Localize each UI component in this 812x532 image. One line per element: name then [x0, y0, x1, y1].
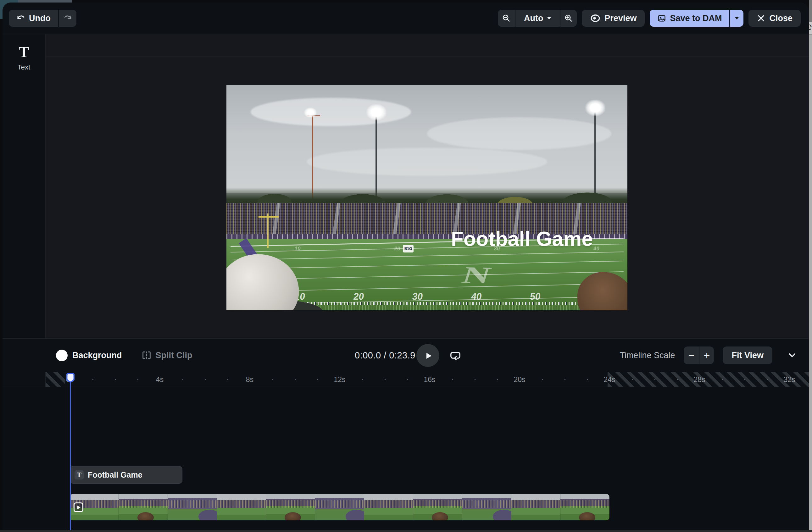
split-clip-button[interactable]: Split Clip [142, 350, 192, 360]
ruler-tick [722, 379, 723, 380]
background-color-swatch[interactable] [56, 350, 68, 361]
ruler-time-label: 16s [424, 375, 435, 384]
preview-button[interactable]: Preview [582, 10, 645, 27]
video-thumbnail-frame [561, 494, 609, 520]
stand-aisle [272, 203, 280, 235]
goalpost-crossbar [259, 216, 279, 218]
ruler-tick [183, 379, 183, 380]
toolbar-right-group: Timeline Scale − + Fit View [620, 339, 798, 372]
cloud [427, 117, 612, 150]
yard-number: 30 [412, 291, 424, 302]
video-thumbnail-frame [462, 494, 511, 520]
ruler-tick [272, 379, 273, 380]
preview-canvas: 10203040 102030405040 N B1G NORTHWESTERN… [46, 34, 809, 338]
canvas-divider [46, 56, 809, 57]
playback-time: 0:00.0 / 0:23.9 [355, 339, 416, 372]
ruler-time-label: 20s [513, 375, 525, 384]
video-editor-modal: Undo Auto [2, 2, 809, 530]
play-button[interactable] [416, 344, 439, 367]
zoom-out-button[interactable] [498, 10, 515, 27]
yard-numbers: 102030405040 [294, 291, 600, 302]
ruler-time-label: 32s [783, 375, 795, 384]
playback-toolbar: Background Split Clip 0:00.0 / 0:23.9 [2, 338, 809, 372]
timeline-text-clip[interactable]: T Football Game [70, 466, 183, 484]
undo-label: Undo [29, 14, 50, 23]
ruler-tick [497, 379, 498, 380]
fit-view-button[interactable]: Fit View [723, 346, 772, 364]
undo-redo-group: Undo [9, 10, 76, 27]
floodlight-glow [585, 100, 605, 116]
background-label: Background [72, 351, 122, 360]
ruler-tick [767, 379, 768, 380]
background-bottom-strip [0, 530, 812, 532]
timeline-scale-increase-button[interactable]: + [699, 346, 714, 364]
chevron-down-icon [787, 350, 798, 361]
ruler-hatch-after-end [608, 372, 809, 387]
midfield-logo: N [459, 261, 494, 289]
ruler-tick [654, 379, 655, 380]
video-thumbnail-frame [511, 494, 561, 520]
video-thumbnail-frame [266, 494, 315, 520]
background-page-section [809, 0, 812, 22]
save-options-dropdown[interactable] [729, 10, 743, 27]
topbar-actions: Auto Preview [498, 10, 801, 27]
top-toolbar: Undo Auto [2, 2, 809, 34]
sidebar-item-text[interactable]: T Text [2, 44, 45, 71]
loop-icon [449, 349, 462, 361]
floodlight-glow [304, 107, 317, 118]
video-thumbnail-frame [119, 494, 168, 520]
timeline-video-clip[interactable] [70, 494, 609, 520]
floodlight-glow [366, 104, 387, 120]
ruler-tick [317, 379, 318, 380]
timeline-ruler[interactable]: 0s4s8s12s16s20s24s28s32s [2, 372, 809, 387]
yard-number: 40 [470, 291, 482, 302]
text-tool-icon: T [18, 44, 29, 60]
close-icon [757, 14, 766, 23]
ruler-tick [115, 379, 116, 380]
goalpost [267, 213, 269, 248]
ruler-tick [227, 379, 228, 380]
undo-button[interactable]: Undo [9, 10, 58, 27]
timeline-collapse-button[interactable] [787, 350, 798, 361]
ruler-tick [407, 379, 408, 380]
split-clip-label: Split Clip [156, 351, 192, 360]
stadium-sky [227, 85, 627, 193]
yard-number: 10 [294, 246, 301, 252]
stand-aisle [332, 203, 340, 235]
yard-number: 20 [352, 291, 364, 302]
loop-button[interactable] [449, 339, 462, 372]
undo-icon [16, 14, 26, 23]
redo-button[interactable] [58, 10, 76, 27]
close-label: Close [769, 14, 793, 23]
canvas-zoom-group: Auto [498, 10, 577, 27]
save-split-button: Save to DAM [650, 10, 743, 27]
close-button[interactable]: Close [749, 10, 801, 27]
zoom-in-button[interactable] [560, 10, 577, 27]
ruler-time-label: 12s [334, 375, 345, 384]
chevron-down-icon [547, 17, 551, 19]
ruler-tick [92, 379, 93, 380]
save-to-dam-button[interactable]: Save to DAM [650, 10, 729, 27]
zoom-out-icon [502, 14, 511, 23]
ruler-time-label: 8s [246, 375, 253, 384]
ruler-tick [205, 379, 206, 380]
background-page-strip: e [809, 0, 812, 532]
playhead-handle[interactable] [66, 373, 74, 384]
text-clip-label: Football Game [88, 470, 143, 479]
ruler-time-label: 24s [604, 375, 615, 384]
ruler-tick [295, 379, 295, 380]
chevron-down-icon [735, 17, 739, 19]
zoom-level-value: Auto [524, 14, 543, 23]
ruler-tick [452, 379, 453, 380]
timeline-playhead[interactable] [70, 373, 71, 530]
timeline-scale-decrease-button[interactable]: − [684, 346, 699, 364]
image-icon [657, 14, 666, 23]
redo-icon [63, 14, 72, 23]
video-preview[interactable]: 10203040 102030405040 N B1G NORTHWESTERN… [227, 85, 627, 310]
ruler-tick [362, 379, 363, 380]
text-clip-icon: T [74, 470, 84, 479]
cloud [307, 148, 547, 176]
timeline-scale-label: Timeline Scale [620, 351, 675, 360]
zoom-level-dropdown[interactable]: Auto [515, 10, 560, 27]
video-text-overlay[interactable]: Football Game [451, 227, 593, 251]
